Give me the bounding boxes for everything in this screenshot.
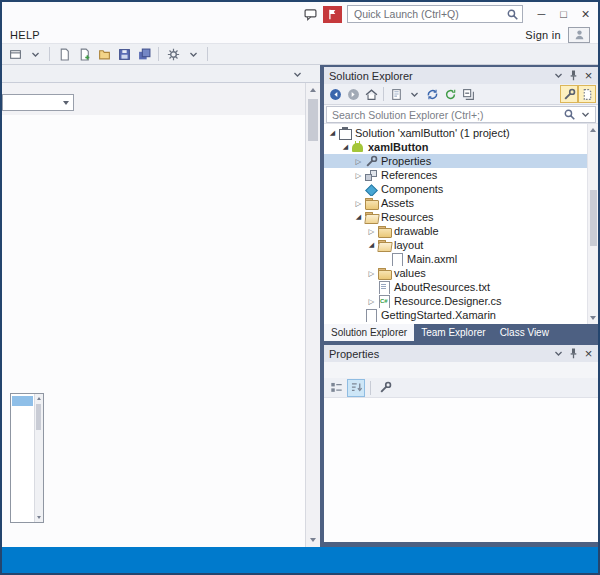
expander-collapsed-icon[interactable]: ▷	[353, 171, 364, 180]
expander-collapsed-icon[interactable]: ▷	[366, 269, 377, 278]
tree-item[interactable]: ▷Assets	[324, 196, 587, 210]
expander-collapsed-icon[interactable]: ▷	[366, 227, 377, 236]
mini-listbox[interactable]	[10, 393, 44, 523]
editor-combobox[interactable]	[2, 94, 74, 111]
forward-icon[interactable]	[344, 85, 362, 103]
user-avatar-icon[interactable]	[568, 27, 590, 43]
solution-explorer-toolbar	[324, 84, 598, 105]
scroll-down-arrow-icon[interactable]	[590, 316, 596, 320]
gear-icon[interactable]	[164, 45, 182, 63]
document-list-chevron-icon[interactable]	[290, 67, 304, 81]
scroll-down-arrow-icon[interactable]	[37, 516, 41, 519]
close-button[interactable]: ×	[576, 5, 595, 24]
expander-expanded-icon[interactable]: ◢	[366, 241, 377, 249]
solution-explorer-panel: Solution Explorer × Search Solution Expl…	[324, 67, 598, 324]
tree-item-label: Resources	[381, 211, 434, 223]
scroll-up-arrow-icon[interactable]	[590, 128, 596, 132]
solution-tree-rows: ◢Solution 'xamlButton' (1 project)◢xamlB…	[324, 126, 587, 322]
auto-hide-pin-icon[interactable]	[566, 69, 581, 83]
back-icon[interactable]	[326, 85, 344, 103]
menu-help[interactable]: HELP	[10, 29, 40, 41]
view-selector-icon[interactable]	[387, 85, 405, 103]
maximize-button[interactable]: □	[554, 5, 573, 24]
alphabetical-icon[interactable]	[347, 379, 365, 397]
scrollbar-thumb[interactable]	[308, 99, 318, 141]
expander-collapsed-icon[interactable]: ▷	[366, 297, 377, 306]
scrollbar-thumb[interactable]	[590, 190, 597, 246]
expander-expanded-icon[interactable]: ◢	[353, 213, 364, 221]
mini-list-selected-item[interactable]	[12, 396, 33, 406]
expander-collapsed-icon[interactable]: ▷	[353, 157, 364, 166]
tree-item[interactable]: Components	[324, 182, 587, 196]
window-icon[interactable]	[6, 45, 24, 63]
tree-item[interactable]: ◢layout	[324, 238, 587, 252]
properties-wrench-icon[interactable]	[560, 85, 578, 103]
properties-grid-empty	[324, 398, 598, 542]
sync-icon[interactable]	[423, 85, 441, 103]
close-icon[interactable]: ×	[581, 69, 596, 83]
properties-title: Properties	[329, 348, 551, 360]
tree-item[interactable]: ▷values	[324, 266, 587, 280]
tab-solution-explorer[interactable]: Solution Explorer	[324, 324, 414, 341]
save-icon[interactable]	[115, 45, 133, 63]
properties-wrench-icon[interactable]	[376, 379, 394, 397]
save-all-icon[interactable]	[135, 45, 153, 63]
auto-hide-pin-icon[interactable]	[566, 347, 581, 361]
new-file-icon[interactable]	[55, 45, 73, 63]
menubar: HELP Sign in	[2, 26, 598, 43]
show-all-files-icon[interactable]	[578, 85, 596, 103]
window-menu-chevron-icon[interactable]	[551, 347, 566, 361]
tree-item[interactable]: ▷Properties	[324, 154, 587, 168]
close-icon[interactable]: ×	[581, 347, 596, 361]
mini-list-scrollbar[interactable]	[34, 394, 43, 522]
solution-search-box[interactable]: Search Solution Explorer (Ctrl+;)	[326, 106, 596, 123]
minimize-button[interactable]: ─	[532, 5, 551, 24]
scroll-up-arrow-icon[interactable]	[306, 83, 320, 97]
tree-scrollbar[interactable]	[587, 124, 598, 324]
open-folder-icon[interactable]	[95, 45, 113, 63]
folder-open-icon	[364, 211, 378, 224]
tab-class-view[interactable]: Class View	[493, 324, 556, 341]
csharp-icon	[377, 295, 391, 308]
scroll-down-arrow-icon[interactable]	[306, 533, 320, 547]
tree-item-label: Components	[381, 183, 443, 195]
tree-item[interactable]: ◢Solution 'xamlButton' (1 project)	[324, 126, 587, 140]
window-menu-chevron-icon[interactable]	[551, 69, 566, 83]
collapse-all-icon[interactable]	[459, 85, 477, 103]
tree-item[interactable]: Main.axml	[324, 252, 587, 266]
sign-in-link[interactable]: Sign in	[525, 29, 561, 41]
search-options-chevron-icon[interactable]	[577, 107, 593, 123]
add-file-icon[interactable]	[75, 45, 93, 63]
chevron-down-icon[interactable]	[405, 85, 423, 103]
tree-item[interactable]: AboutResources.txt	[324, 280, 587, 294]
expander-expanded-icon[interactable]: ◢	[327, 129, 338, 137]
search-icon[interactable]	[504, 6, 520, 22]
editor-vertical-scrollbar[interactable]	[305, 83, 320, 547]
tree-item[interactable]: ▷drawable	[324, 224, 587, 238]
scrollbar-thumb[interactable]	[36, 404, 41, 430]
expander-expanded-icon[interactable]: ◢	[340, 143, 351, 151]
tree-item[interactable]: GettingStarted.Xamarin	[324, 308, 587, 322]
solution-explorer-title: Solution Explorer	[329, 70, 551, 82]
tree-item[interactable]: ▷References	[324, 168, 587, 182]
quick-launch-box[interactable]: Quick Launch (Ctrl+Q)	[347, 5, 523, 23]
search-icon[interactable]	[561, 107, 577, 123]
notifications-flag-icon[interactable]	[323, 6, 342, 23]
expander-collapsed-icon[interactable]: ▷	[353, 199, 364, 208]
tree-item[interactable]: ◢xamlButton	[324, 140, 587, 154]
refresh-icon[interactable]	[441, 85, 459, 103]
tree-item[interactable]: ◢Resources	[324, 210, 587, 224]
tab-team-explorer[interactable]: Team Explorer	[414, 324, 492, 341]
main-area: Solution Explorer × Search Solution Expl…	[2, 65, 598, 547]
tree-item-label: Main.axml	[407, 253, 457, 265]
chevron-down-icon[interactable]	[26, 45, 44, 63]
scroll-up-arrow-icon[interactable]	[37, 397, 41, 400]
toolbar-separator	[49, 47, 50, 61]
feedback-icon[interactable]	[300, 5, 320, 23]
chevron-down-icon[interactable]	[184, 45, 202, 63]
categorized-icon[interactable]	[327, 379, 345, 397]
solution-explorer-header: Solution Explorer ×	[324, 67, 598, 84]
design-surface[interactable]	[2, 115, 305, 547]
tree-item[interactable]: ▷Resource.Designer.cs	[324, 294, 587, 308]
home-icon[interactable]	[362, 85, 380, 103]
